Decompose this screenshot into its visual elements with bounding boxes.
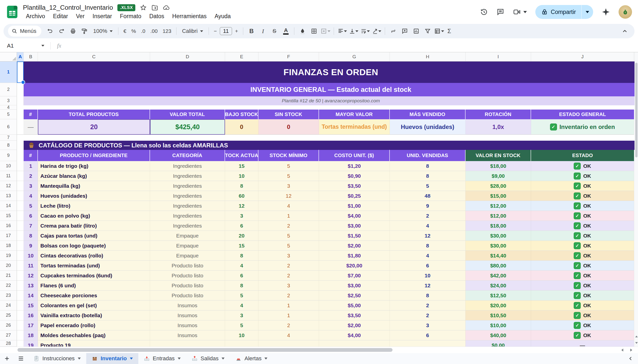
row-header-9[interactable]: 9 [0, 150, 17, 161]
cell-categoria[interactable]: Ingredientes [150, 161, 225, 171]
number-format-button[interactable]: 123 [160, 26, 173, 36]
cloud-saved-icon[interactable] [163, 4, 170, 11]
cell-num[interactable]: 5 [24, 201, 38, 211]
add-sheet-button[interactable] [0, 353, 14, 364]
cell-categoria[interactable]: Ingredientes [150, 181, 225, 191]
catalog-header-8[interactable]: ESTADO [531, 150, 634, 161]
cell-a6[interactable] [17, 119, 24, 135]
cell-stock-minimo[interactable]: 2 [258, 290, 319, 300]
cell-categoria[interactable]: Ingredientes [150, 211, 225, 221]
all-sheets-button[interactable] [14, 353, 28, 364]
cell-unid-vendidas[interactable]: 48 [390, 191, 466, 201]
user-avatar[interactable]: S [618, 5, 632, 19]
cell-valor-stock[interactable]: $9,00 [466, 171, 531, 181]
column-header-F[interactable]: F [258, 52, 319, 61]
catalog-header-1[interactable]: PRODUCTO / INGREDIENTE [38, 150, 150, 161]
cell-estado[interactable]: OK [531, 201, 634, 211]
column-header-E[interactable]: E [225, 52, 258, 61]
cell-estado[interactable]: OK [531, 171, 634, 181]
cell-valor-stock[interactable]: $18,00 [466, 221, 531, 231]
row-banner-title[interactable]: FINANZAS EN ORDEN [17, 62, 638, 83]
catalog-header-5[interactable]: COSTO UNIT. ($) [319, 150, 390, 161]
cell-costo-unit[interactable]: $0,90 [319, 171, 390, 181]
cell-num[interactable]: 10 [24, 251, 38, 261]
catalog-header-3[interactable]: STOCK ACTUAL [225, 150, 258, 161]
cell-estado[interactable]: OK [531, 290, 634, 300]
cell-unid-vendidas[interactable]: 4 [390, 221, 466, 231]
cell-stock-actual[interactable]: 20 [225, 231, 258, 241]
tab-entradas[interactable]: Entradas [138, 353, 186, 364]
cell-a[interactable] [17, 290, 24, 300]
cell-costo-unit[interactable]: $0,25 [319, 191, 390, 201]
cell-costo-unit[interactable]: $2,50 [319, 290, 390, 300]
cell-a[interactable] [17, 241, 24, 251]
cell-stock-minimo[interactable]: 5 [258, 171, 319, 181]
cell-unid-vendidas[interactable]: 9 [390, 201, 466, 211]
catalog-header-4[interactable]: STOCK MÍNIMO [258, 150, 319, 161]
tab-instrucciones[interactable]: Instrucciones [28, 353, 86, 364]
column-header-J[interactable]: J [531, 52, 634, 61]
banner-title-cell[interactable]: FINANZAS EN ORDEN [24, 62, 638, 83]
cell-stock-minimo[interactable]: 4 [258, 330, 319, 340]
name-box[interactable]: A1 [4, 42, 48, 49]
decrease-decimal-button[interactable]: .0 [139, 26, 148, 36]
star-icon[interactable] [140, 4, 147, 11]
cell-stock-actual[interactable]: 60 [225, 191, 258, 201]
document-title[interactable]: Plantilla_12_Control_Inventario [23, 4, 113, 12]
summary-header-3[interactable]: BAJO STOCK [225, 110, 258, 119]
cell-a[interactable] [17, 300, 24, 310]
cell-num[interactable]: 7 [24, 221, 38, 231]
cell-a3[interactable] [17, 96, 24, 105]
row-header-1[interactable]: 1 [0, 62, 17, 83]
cell-stock-minimo[interactable]: 3 [258, 181, 319, 191]
row-header-25[interactable]: 25 [0, 310, 17, 320]
cell-stock-minimo[interactable]: 5 [258, 231, 319, 241]
menu-datos[interactable]: Datos [146, 12, 167, 20]
cell-unid-vendidas[interactable]: 8 [390, 171, 466, 181]
menu-editar[interactable]: Editar [50, 12, 71, 20]
cell-estado[interactable]: OK [531, 330, 634, 340]
cell-valor-stock[interactable]: $24,00 [466, 280, 531, 290]
row-summary-values[interactable]: — 20 $425,40 0 0 Tortas terminadas (und)… [17, 119, 638, 135]
cell-valor-stock[interactable]: $20,00 [466, 300, 531, 310]
horizontal-align-button[interactable] [337, 26, 348, 36]
summary-header-6[interactable]: MÁS VENDIDO [390, 110, 466, 119]
cell-stock-minimo[interactable]: 2 [258, 271, 319, 280]
cell-unid-vendidas[interactable]: 8 [390, 161, 466, 171]
italic-button[interactable]: I [258, 26, 268, 36]
cell-stock-minimo[interactable]: 2 [258, 221, 319, 231]
cell-a[interactable] [17, 161, 24, 171]
cell-num[interactable]: 9 [24, 241, 38, 251]
cell-estado[interactable]: OK [531, 310, 634, 320]
cell-estado[interactable]: OK [531, 221, 634, 231]
summary-mas-vendido-cell[interactable]: Huevos (unidades) [390, 119, 466, 135]
cell-product-name[interactable]: Vainilla extracto (botella) [38, 310, 150, 320]
cell-unid-vendidas[interactable]: 8 [390, 290, 466, 300]
cell-estado[interactable]: OK [531, 191, 634, 201]
cell-categoria[interactable]: Producto listo [150, 280, 225, 290]
cell-valor-stock[interactable]: $30,00 [466, 241, 531, 251]
summary-estado-general-cell[interactable]: Inventario en orden [531, 119, 634, 135]
cell-unid-vendidas[interactable]: 2 [390, 300, 466, 310]
undo-button[interactable] [45, 26, 55, 36]
row-header-21[interactable]: 21 [0, 271, 17, 280]
row-header-13[interactable]: 13 [0, 191, 17, 201]
column-header-D[interactable]: D [150, 52, 225, 61]
cell-costo-unit[interactable]: $2,00 [319, 320, 390, 330]
row-header-6[interactable]: 6 [0, 119, 17, 135]
cell-stock-minimo[interactable]: 5 [258, 161, 319, 171]
cell-stock-actual[interactable]: 10 [225, 330, 258, 340]
cell-stock-minimo[interactable]: 1 [258, 310, 319, 320]
tab-salidas[interactable]: Salidas [186, 353, 230, 364]
cell-num[interactable]: 19 [24, 340, 38, 346]
vertical-scrollbar[interactable] [634, 52, 638, 346]
collapse-toolbar-button[interactable] [619, 26, 630, 36]
cell-stock-minimo[interactable]: 12 [258, 191, 319, 201]
cell-categoria[interactable]: Ingredientes [150, 191, 225, 201]
row-header-12[interactable]: 12 [0, 181, 17, 191]
row-summary-headers[interactable]: #TOTAL PRODUCTOSVALOR TOTALBAJO STOCKSIN… [17, 110, 638, 119]
summary-header-2[interactable]: VALOR TOTAL [150, 110, 225, 119]
cell-a[interactable] [17, 201, 24, 211]
row-banner-note[interactable]: Plantilla #12 de 50 | avanzaconproposito… [17, 96, 638, 105]
cell-costo-unit[interactable]: $4,00 [319, 211, 390, 221]
